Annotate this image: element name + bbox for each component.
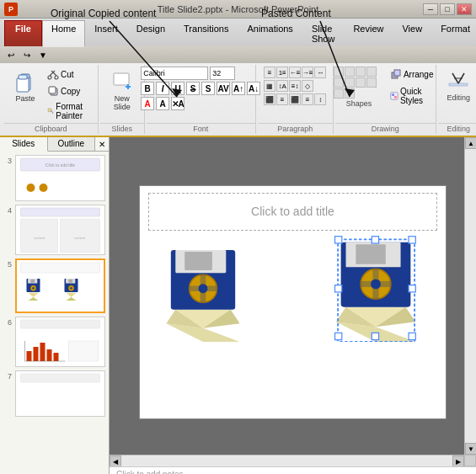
svg-rect-58	[21, 320, 100, 328]
justify-button[interactable]: ≡	[302, 93, 313, 105]
font-name-input[interactable]	[141, 67, 208, 80]
shapes-label: Shapes	[334, 99, 384, 108]
vertical-scrollbar[interactable]: ▲ ▼	[464, 137, 476, 455]
pasted-floppy[interactable]	[325, 232, 426, 342]
ribbon-content: Paste Cut Copy Format Painter	[0, 63, 476, 136]
title-placeholder-text: Click to add title	[251, 205, 334, 218]
tab-home[interactable]: Home	[42, 20, 85, 47]
cut-button[interactable]: Cut	[44, 67, 93, 82]
svg-rect-98	[335, 333, 342, 339]
panel-close-button[interactable]: ✕	[95, 137, 109, 151]
font-color-button[interactable]: A	[141, 97, 154, 110]
strikethrough-button[interactable]: S	[186, 82, 200, 95]
shape-item[interactable]	[366, 67, 377, 77]
align-text-button[interactable]: ≡↕	[289, 80, 301, 92]
increase-indent-button[interactable]: →≡	[302, 67, 313, 78]
decrease-indent-button[interactable]: ←≡	[289, 67, 301, 78]
slide-canvas[interactable]: Click to add title	[139, 185, 447, 419]
horizontal-scrollbar[interactable]: ◀ ▶	[110, 455, 464, 466]
slide-thumb-3[interactable]: 3 Click to add title	[3, 155, 105, 201]
close-button[interactable]: ✕	[457, 3, 472, 15]
align-left-button[interactable]: ⬛	[264, 93, 275, 105]
svg-rect-22	[394, 70, 400, 76]
app-icon: P	[4, 3, 18, 16]
tab-insert[interactable]: Insert	[85, 20, 127, 46]
format-painter-button[interactable]: Format Painter	[44, 100, 93, 122]
tab-transitions[interactable]: Transitions	[174, 20, 238, 46]
shape-item[interactable]	[345, 77, 355, 88]
undo-button[interactable]: ↩	[4, 49, 18, 61]
tab-view[interactable]: View	[393, 20, 431, 46]
slide-img-4[interactable]: content content	[15, 205, 105, 255]
font-size-input[interactable]	[210, 67, 235, 80]
slide-thumb-4[interactable]: 4 content content	[3, 205, 105, 255]
shape-item[interactable]	[345, 67, 355, 77]
clear-format-button[interactable]: ✕A	[171, 97, 185, 110]
copy-button[interactable]: Copy	[44, 83, 93, 99]
original-floppy[interactable]	[157, 241, 249, 342]
tab-design[interactable]: Design	[127, 20, 174, 46]
bold-button[interactable]: B	[141, 82, 154, 95]
scroll-left-button[interactable]: ◀	[110, 455, 121, 466]
line-spacing-button[interactable]: ↕	[314, 93, 326, 105]
tab-outline[interactable]: Outline	[48, 137, 96, 151]
shape-item[interactable]	[345, 88, 355, 99]
shape-item[interactable]	[334, 67, 344, 77]
slide-thumb-5[interactable]: 5	[3, 258, 105, 313]
slide-img-5[interactable]	[15, 258, 105, 313]
qa-dropdown[interactable]: ▼	[36, 49, 50, 61]
highlight-button[interactable]: A	[156, 97, 169, 110]
italic-button[interactable]: I	[156, 82, 169, 95]
arrange-button[interactable]: Arrange	[387, 67, 437, 82]
tab-file[interactable]: File	[4, 20, 42, 46]
main-area: Slides Outline ✕ 3 Click to add title	[0, 137, 476, 474]
svg-rect-99	[335, 285, 342, 291]
align-center-button[interactable]: ≡	[276, 93, 288, 105]
redo-button[interactable]: ↪	[20, 49, 34, 61]
slide-thumb-7[interactable]: 7	[3, 370, 105, 417]
columns-button[interactable]: ▦	[264, 80, 275, 92]
paste-button[interactable]: Paste	[9, 67, 41, 106]
align-right-button[interactable]: ⬛	[289, 93, 301, 105]
slide-img-6[interactable]	[15, 317, 105, 367]
minimize-button[interactable]: ─	[423, 3, 438, 15]
smartart-button[interactable]: ◇	[302, 80, 313, 92]
title-placeholder[interactable]: Click to add title	[148, 193, 437, 231]
underline-button[interactable]: U	[171, 82, 185, 95]
slide-thumb-6[interactable]: 6	[3, 317, 105, 367]
shape-item[interactable]	[356, 77, 366, 88]
fontsize-up-button[interactable]: A↑	[232, 82, 245, 95]
rtl-button[interactable]: ↔	[314, 67, 326, 78]
maximize-button[interactable]: □	[440, 3, 455, 15]
notes-area[interactable]: Click to add notes	[110, 466, 476, 474]
slide-img-3[interactable]: Click to add title	[15, 155, 105, 201]
tab-format[interactable]: Format	[431, 20, 476, 46]
new-slide-button[interactable]: NewSlide	[105, 67, 139, 115]
tab-slides[interactable]: Slides	[0, 137, 48, 152]
tab-animations[interactable]: Animations	[238, 20, 302, 46]
slide-content-area[interactable]: ▲ ▼ Click to add title	[110, 137, 476, 466]
scroll-up-button[interactable]: ▲	[465, 137, 476, 149]
svg-rect-45	[30, 280, 35, 283]
bullets-button[interactable]: ≡	[264, 67, 275, 78]
quick-styles-button[interactable]: Quick Styles	[387, 85, 437, 107]
shape-item[interactable]	[356, 67, 366, 77]
numbering-button[interactable]: 1≡	[276, 67, 288, 78]
slide-img-7[interactable]	[15, 370, 105, 417]
shadow-button[interactable]: S	[201, 82, 215, 95]
canvas-area: ▲ ▼ Click to add title	[110, 137, 476, 474]
svg-rect-66	[69, 341, 99, 361]
svg-rect-92	[335, 236, 342, 242]
tab-slideshow[interactable]: Slide Show	[302, 20, 345, 46]
charspacing-button[interactable]: AV	[217, 82, 230, 95]
scroll-right-button[interactable]: ▶	[452, 455, 464, 466]
text-direction-button[interactable]: ↕A	[276, 80, 288, 92]
tab-review[interactable]: Review	[344, 20, 393, 46]
shape-item[interactable]	[334, 88, 344, 99]
scroll-down-button[interactable]: ▼	[465, 443, 476, 455]
quick-access-toolbar: ↩ ↪ ▼	[0, 46, 476, 63]
shape-item[interactable]	[366, 77, 377, 88]
svg-rect-96	[409, 333, 415, 339]
copy-label: Copy	[61, 87, 80, 96]
shape-item[interactable]	[334, 77, 344, 88]
